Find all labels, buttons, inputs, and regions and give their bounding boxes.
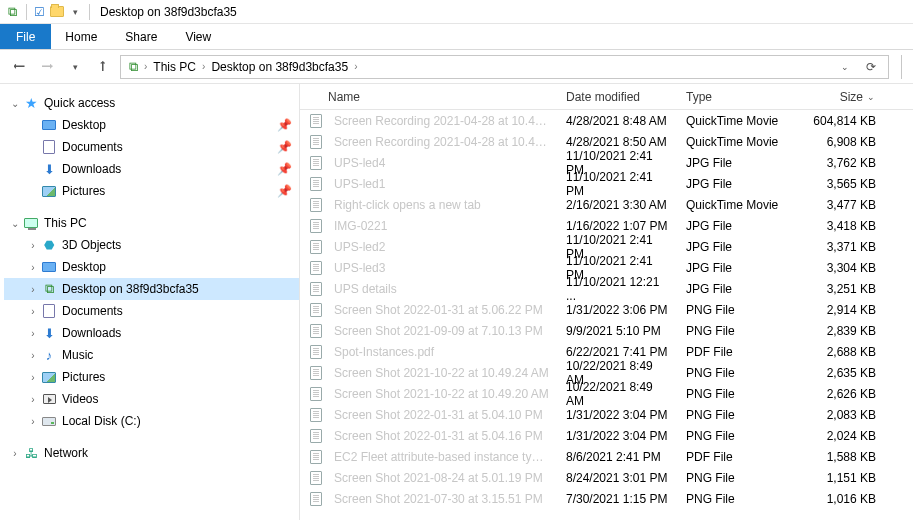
column-header-date[interactable]: Date modified [558, 90, 678, 104]
recent-dropdown[interactable]: ▾ [62, 54, 88, 80]
file-date: 11/10/2021 2:41 PM [558, 170, 678, 198]
tree-label: Desktop [62, 118, 275, 132]
file-row[interactable]: Screen Shot 2022-01-31 at 5.06.22 PM1/31… [300, 299, 913, 320]
refresh-button[interactable]: ⟳ [858, 54, 884, 80]
address-dropdown-icon[interactable]: ⌄ [832, 54, 858, 80]
file-size: 1,016 KB [798, 492, 884, 506]
column-header-type[interactable]: Type [678, 90, 798, 104]
expand-icon[interactable]: › [26, 240, 40, 251]
file-date: 10/22/2021 8:49 AM [558, 380, 678, 408]
file-row[interactable]: Screen Shot 2021-08-24 at 5.01.19 PM8/24… [300, 467, 913, 488]
collapse-icon[interactable]: ⌄ [8, 218, 22, 229]
tree-downloads[interactable]: ›⬇ Downloads [4, 322, 299, 344]
file-size: 6,908 KB [798, 135, 884, 149]
main-area: ⌄ ★ Quick access Desktop 📌 Documents 📌 ⬇… [0, 84, 913, 520]
tree-remote-desktop[interactable]: ›⧉ Desktop on 38f9d3bcfa35 [4, 278, 299, 300]
file-type: PNG File [678, 492, 798, 506]
tree-pictures[interactable]: › Pictures [4, 366, 299, 388]
file-date: 11/10/2021 12:21 ... [558, 275, 678, 303]
tree-3d-objects[interactable]: ›⬣ 3D Objects [4, 234, 299, 256]
file-type: PNG File [678, 366, 798, 380]
forward-button[interactable]: 🠖 [34, 54, 60, 80]
file-date: 1/31/2022 3:04 PM [558, 429, 678, 443]
tree-music[interactable]: ›♪ Music [4, 344, 299, 366]
up-button[interactable]: 🠕 [90, 54, 116, 80]
file-row[interactable]: EC2 Fleet attribute-based instance type … [300, 446, 913, 467]
tree-qa-pictures[interactable]: Pictures 📌 [4, 180, 299, 202]
file-row[interactable]: UPS-led111/10/2021 2:41 PMJPG File3,565 … [300, 173, 913, 194]
chevron-right-icon[interactable]: › [142, 61, 149, 72]
column-header-name[interactable]: Name [300, 90, 558, 104]
expand-icon[interactable]: › [26, 284, 40, 295]
file-size: 2,635 KB [798, 366, 884, 380]
file-date: 4/28/2021 8:50 AM [558, 135, 678, 149]
file-name: UPS details [326, 282, 558, 296]
search-input[interactable] [901, 55, 907, 79]
expand-icon[interactable]: › [26, 394, 40, 405]
file-name: UPS-led4 [326, 156, 558, 170]
file-row[interactable]: Screen Shot 2022-01-31 at 5.04.16 PM1/31… [300, 425, 913, 446]
qat-folder-icon[interactable] [49, 4, 65, 20]
breadcrumb-this-pc[interactable]: This PC [149, 56, 200, 78]
qat-properties-icon[interactable]: ☑ [31, 4, 47, 20]
tab-home[interactable]: Home [51, 24, 111, 49]
file-row[interactable]: Screen Shot 2021-07-30 at 3.15.51 PM7/30… [300, 488, 913, 509]
file-size: 2,839 KB [798, 324, 884, 338]
tree-label: Local Disk (C:) [62, 414, 293, 428]
file-row[interactable]: Screen Recording 2021-04-28 at 10.44.05 … [300, 110, 913, 131]
3d-icon: ⬣ [40, 237, 58, 253]
back-button[interactable]: 🠔 [6, 54, 32, 80]
tree-network[interactable]: › 🖧 Network [4, 442, 299, 464]
column-header-size[interactable]: Size ⌄ [798, 90, 884, 104]
qat-dropdown-icon[interactable]: ▾ [67, 4, 83, 20]
file-size: 1,588 KB [798, 450, 884, 464]
file-type: PNG File [678, 429, 798, 443]
pin-icon: 📌 [275, 118, 293, 132]
tree-desktop[interactable]: › Desktop [4, 256, 299, 278]
file-type: PDF File [678, 450, 798, 464]
chevron-right-icon[interactable]: › [200, 61, 207, 72]
file-size: 2,083 KB [798, 408, 884, 422]
file-size: 3,251 KB [798, 282, 884, 296]
tree-qa-downloads[interactable]: ⬇ Downloads 📌 [4, 158, 299, 180]
file-row[interactable]: UPS details11/10/2021 12:21 ...JPG File3… [300, 278, 913, 299]
expand-icon[interactable]: › [26, 416, 40, 427]
expand-icon[interactable]: › [26, 372, 40, 383]
file-row[interactable]: Screen Shot 2021-09-09 at 7.10.13 PM9/9/… [300, 320, 913, 341]
tab-share[interactable]: Share [111, 24, 171, 49]
tree-local-disk[interactable]: › Local Disk (C:) [4, 410, 299, 432]
file-size: 3,477 KB [798, 198, 884, 212]
expand-icon[interactable]: › [8, 448, 22, 459]
address-bar[interactable]: ⧉ › This PC › Desktop on 38f9d3bcfa35 › … [120, 55, 889, 79]
file-rows[interactable]: Screen Recording 2021-04-28 at 10.44.05 … [300, 110, 913, 520]
file-row[interactable]: Right-click opens a new tab2/16/2021 3:3… [300, 194, 913, 215]
tree-label: Desktop on 38f9d3bcfa35 [62, 282, 293, 296]
separator [89, 4, 90, 20]
tree-videos[interactable]: › Videos [4, 388, 299, 410]
tree-this-pc[interactable]: ⌄ This PC [4, 212, 299, 234]
tree-label: Pictures [62, 370, 293, 384]
expand-icon[interactable]: › [26, 328, 40, 339]
tab-view[interactable]: View [171, 24, 225, 49]
file-row[interactable]: Screen Shot 2021-10-22 at 10.49.20 AM10/… [300, 383, 913, 404]
breadcrumb-current[interactable]: Desktop on 38f9d3bcfa35 [207, 56, 352, 78]
expand-icon[interactable]: › [26, 306, 40, 317]
expand-icon[interactable]: › [26, 350, 40, 361]
file-date: 8/6/2021 2:41 PM [558, 450, 678, 464]
file-size: 3,762 KB [798, 156, 884, 170]
desktop-icon [40, 259, 58, 275]
tree-documents[interactable]: › Documents [4, 300, 299, 322]
address-root-icon[interactable]: ⧉ [125, 56, 142, 78]
file-row[interactable]: Screen Shot 2022-01-31 at 5.04.10 PM1/31… [300, 404, 913, 425]
tree-quick-access[interactable]: ⌄ ★ Quick access [4, 92, 299, 114]
downloads-icon: ⬇ [40, 161, 58, 177]
collapse-icon[interactable]: ⌄ [8, 98, 22, 109]
tree-qa-desktop[interactable]: Desktop 📌 [4, 114, 299, 136]
tree-qa-documents[interactable]: Documents 📌 [4, 136, 299, 158]
ribbon: File Home Share View [0, 24, 913, 50]
expand-icon[interactable]: › [26, 262, 40, 273]
nav-tree[interactable]: ⌄ ★ Quick access Desktop 📌 Documents 📌 ⬇… [0, 84, 300, 520]
file-tab[interactable]: File [0, 24, 51, 49]
chevron-right-icon[interactable]: › [352, 61, 359, 72]
videos-icon [40, 391, 58, 407]
